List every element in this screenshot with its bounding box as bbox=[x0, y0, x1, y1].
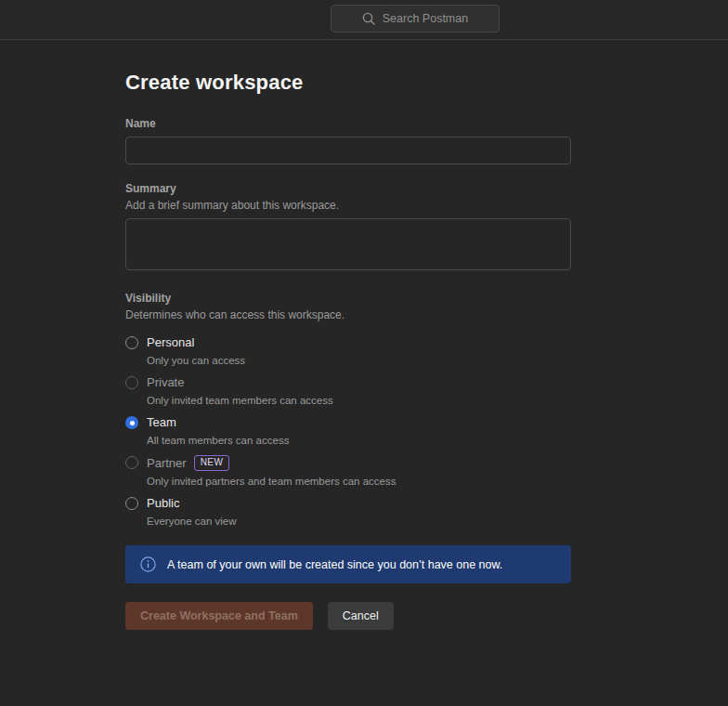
radio-description: Only invited partners and team members c… bbox=[147, 475, 396, 488]
create-workspace-button[interactable]: Create Workspace and Team bbox=[125, 602, 313, 630]
search-icon bbox=[362, 12, 375, 25]
radio-circle-icon bbox=[125, 336, 138, 349]
radio-description: Everyone can view bbox=[147, 515, 237, 528]
info-banner-text: A team of your own will be created since… bbox=[167, 558, 502, 571]
radio-description: Only you can access bbox=[147, 354, 245, 367]
radio-circle-icon bbox=[125, 497, 138, 510]
create-workspace-form: Create workspace Name Summary Add a brie… bbox=[125, 41, 571, 630]
radio-option-private[interactable]: Private Only invited team members can ac… bbox=[125, 375, 571, 407]
search-input[interactable]: Search Postman bbox=[331, 5, 500, 33]
summary-label: Summary bbox=[125, 182, 571, 195]
radio-label: Public bbox=[147, 496, 179, 511]
radio-option-team[interactable]: Team All team members can access bbox=[125, 415, 571, 447]
radio-option-public[interactable]: Public Everyone can view bbox=[125, 496, 571, 528]
radio-circle-icon bbox=[125, 376, 138, 389]
radio-circle-icon bbox=[125, 456, 138, 469]
radio-option-personal[interactable]: Personal Only you can access bbox=[125, 335, 571, 367]
radio-label: Private bbox=[147, 375, 184, 390]
summary-helper: Add a brief summary about this workspace… bbox=[125, 199, 571, 212]
radio-circle-selected-icon bbox=[125, 416, 138, 429]
radio-option-partner[interactable]: Partner NEW Only invited partners and te… bbox=[125, 455, 571, 488]
page-title: Create workspace bbox=[125, 71, 571, 95]
summary-input[interactable] bbox=[125, 218, 571, 270]
radio-label: Team bbox=[147, 415, 176, 430]
action-buttons: Create Workspace and Team Cancel bbox=[125, 602, 571, 630]
visibility-helper: Determines who can access this workspace… bbox=[125, 308, 571, 321]
info-icon bbox=[140, 556, 156, 572]
radio-description: All team members can access bbox=[147, 434, 289, 447]
visibility-label: Visibility bbox=[125, 292, 571, 305]
new-badge: NEW bbox=[194, 455, 230, 471]
cancel-button[interactable]: Cancel bbox=[328, 602, 394, 630]
name-input[interactable] bbox=[125, 137, 571, 164]
search-placeholder: Search Postman bbox=[383, 12, 468, 25]
top-bar: Search Postman bbox=[0, 0, 728, 40]
visibility-radio-group: Personal Only you can access Private Onl… bbox=[125, 335, 571, 528]
info-banner: A team of your own will be created since… bbox=[125, 545, 571, 583]
radio-description: Only invited team members can access bbox=[147, 394, 333, 407]
radio-label: Personal bbox=[147, 335, 194, 350]
radio-label: Partner bbox=[147, 456, 187, 471]
name-label: Name bbox=[125, 117, 571, 130]
